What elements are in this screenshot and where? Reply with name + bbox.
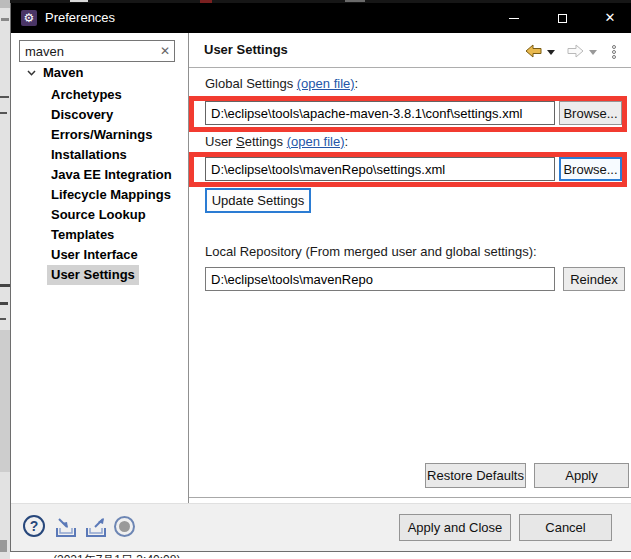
- background-window-fragment: [0, 318, 6, 320]
- preferences-dialog: ⚙ Preferences ✕ ✕ Maven Archetypes Disco…: [10, 3, 631, 552]
- background-window-fragment: [0, 330, 10, 472]
- clipped-console-text: (2021年7月1日 3:40:08): [53, 552, 180, 558]
- sidebar-item-label: Errors/Warnings: [51, 125, 152, 145]
- chevron-down-icon[interactable]: [27, 70, 36, 76]
- user-open-file-link[interactable]: (open file): [287, 134, 345, 149]
- label-text: ettings: [245, 134, 287, 149]
- sidebar-item-label: Java EE Integration: [51, 165, 172, 185]
- forward-history-dropdown-icon[interactable]: [589, 50, 597, 55]
- sidebar-item-lifecycle-mappings[interactable]: Lifecycle Mappings: [11, 185, 187, 205]
- back-arrow-icon: [525, 44, 542, 58]
- sidebar-item-user-settings[interactable]: User Settings: [11, 265, 187, 285]
- help-icon[interactable]: ?: [23, 515, 45, 537]
- minimize-button[interactable]: [499, 3, 529, 33]
- sidebar-item-label: Source Lookup: [51, 205, 146, 225]
- screenshot-root: (2021年7月1日 3:40:08) ⚙ Preferences ✕ ✕ Ma…: [0, 0, 631, 559]
- back-button[interactable]: [525, 44, 542, 62]
- background-window-fragment: [0, 302, 8, 305]
- sidebar-item-java-ee-integration[interactable]: Java EE Integration: [11, 165, 187, 185]
- apply-and-close-button[interactable]: Apply and Close: [399, 514, 511, 541]
- dot: [612, 50, 616, 54]
- background-window-fragment: [1, 18, 9, 21]
- background-window-fragment: [345, 0, 365, 2]
- user-settings-label: User Settings (open file):: [205, 134, 348, 149]
- forward-arrow-icon: [567, 44, 584, 58]
- background-window-fragment: [0, 112, 7, 114]
- sidebar-item-errors-warnings[interactable]: Errors/Warnings: [11, 125, 187, 145]
- search-input[interactable]: [20, 41, 154, 61]
- export-preferences-icon[interactable]: [83, 516, 109, 539]
- sidebar-item-maven[interactable]: Maven: [11, 63, 187, 83]
- header-separator: [189, 67, 631, 68]
- window-title: Preferences: [45, 3, 115, 33]
- apply-button[interactable]: Apply: [534, 463, 629, 488]
- sidebar-item-source-lookup[interactable]: Source Lookup: [11, 205, 187, 225]
- filter-search-box: ✕: [19, 40, 175, 62]
- sidebar-divider: [188, 33, 189, 504]
- background-window-fragment: [0, 0, 10, 559]
- label-mnemonic: S: [236, 134, 245, 149]
- dot: [612, 45, 616, 49]
- global-open-file-link[interactable]: (open file): [297, 76, 355, 91]
- preferences-gear-icon: ⚙: [21, 10, 37, 26]
- label-text: User: [205, 134, 236, 149]
- maximize-icon: [558, 14, 567, 23]
- background-window-fragment: [0, 284, 10, 287]
- background-window-fragment: (2021年7月1日 3:40:08): [10, 552, 631, 559]
- sidebar-item-label: Maven: [43, 63, 83, 83]
- local-repository-label: Local Repository (From merged user and g…: [205, 244, 537, 259]
- view-menu-icon[interactable]: [612, 44, 616, 60]
- sidebar-item-installations[interactable]: Installations: [11, 145, 187, 165]
- preference-recorder-icon[interactable]: [114, 516, 135, 537]
- sidebar-item-archetypes[interactable]: Archetypes: [11, 85, 187, 105]
- user-browse-button[interactable]: Browse...: [559, 157, 622, 181]
- sidebar-item-label: Archetypes: [51, 85, 122, 105]
- dot: [612, 55, 616, 59]
- sidebar-item-label: Templates: [51, 225, 114, 245]
- restore-defaults-button[interactable]: Restore Defaults: [425, 463, 526, 488]
- record-dot: [119, 521, 130, 532]
- label-colon: :: [355, 76, 359, 91]
- forward-button[interactable]: [567, 44, 584, 62]
- back-history-dropdown-icon[interactable]: [547, 50, 555, 55]
- sidebar-item-user-interface[interactable]: User Interface: [11, 245, 187, 265]
- label-text: Global Settings: [205, 76, 297, 91]
- cancel-button[interactable]: Cancel: [519, 514, 612, 541]
- sidebar-item-label: User Interface: [51, 245, 138, 265]
- sidebar-item-discovery[interactable]: Discovery: [11, 105, 187, 125]
- clear-search-icon[interactable]: ✕: [160, 41, 170, 61]
- background-window-fragment: [0, 96, 9, 98]
- update-settings-button[interactable]: Update Settings: [205, 188, 311, 213]
- user-settings-path-field[interactable]: [205, 157, 555, 181]
- sidebar-item-templates[interactable]: Templates: [11, 225, 187, 245]
- background-window-fragment: [0, 540, 7, 552]
- sidebar-item-label: Installations: [51, 145, 127, 165]
- title-bar[interactable]: ⚙ Preferences ✕: [11, 3, 631, 33]
- global-settings-label: Global Settings (open file):: [205, 76, 358, 91]
- global-browse-button[interactable]: Browse...: [559, 101, 622, 125]
- close-button[interactable]: ✕: [595, 3, 625, 33]
- dialog-bottom-bar: ? Apply and Close Cancel: [11, 503, 631, 551]
- label-colon: :: [344, 134, 348, 149]
- page-title: User Settings: [204, 42, 288, 57]
- background-window-fragment: [0, 0, 10, 8]
- reindex-button[interactable]: Reindex: [563, 267, 625, 291]
- sidebar-item-label: Lifecycle Mappings: [51, 185, 171, 205]
- sidebar-item-label: User Settings: [47, 265, 139, 285]
- minimize-icon: [509, 18, 519, 19]
- import-preferences-icon[interactable]: [53, 516, 79, 539]
- sidebar-item-label: Discovery: [51, 105, 113, 125]
- footer-separator: [189, 497, 631, 498]
- local-repository-field[interactable]: [205, 267, 555, 291]
- maximize-button[interactable]: [547, 3, 577, 33]
- close-icon: ✕: [605, 10, 616, 25]
- background-window-fragment: [70, 0, 88, 2]
- global-settings-path-field[interactable]: [205, 101, 555, 125]
